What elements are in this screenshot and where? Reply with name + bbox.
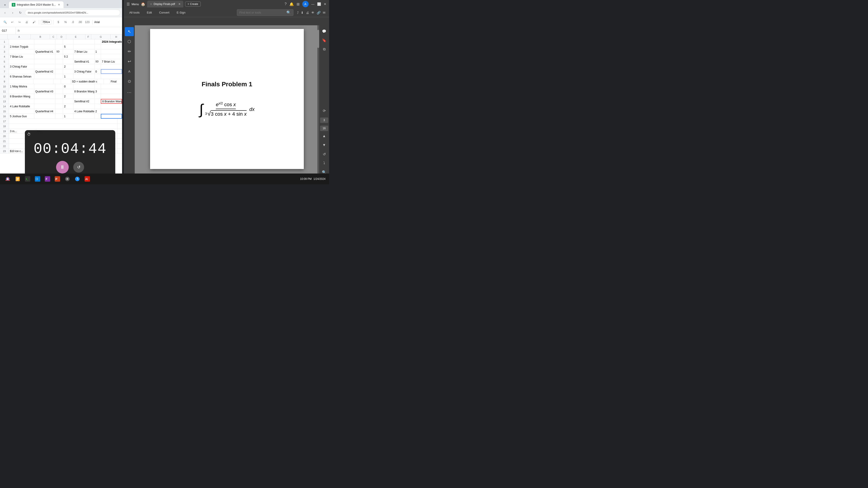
cell-g4[interactable] (101, 54, 122, 59)
zoom-control[interactable]: 75% ▾ (41, 20, 51, 24)
cell-f11[interactable]: 3 (94, 89, 101, 94)
cell-g17-selected[interactable] (101, 114, 122, 119)
number-format-button[interactable]: 123 (84, 19, 90, 25)
currency-button[interactable]: $ (55, 19, 61, 25)
cell-b2[interactable] (34, 44, 55, 49)
pdf-create-button[interactable]: + Create (185, 2, 201, 6)
percent-button[interactable]: % (62, 19, 69, 25)
notifications-icon[interactable]: 🔔 (289, 2, 294, 6)
tab-list-dropdown[interactable]: ▾ (2, 2, 8, 8)
cell-f7[interactable]: 0 (94, 69, 101, 74)
col-b-header[interactable]: B (31, 34, 50, 39)
sheets-tab-close[interactable]: ✕ (57, 3, 61, 6)
cell-d9[interactable] (61, 79, 71, 84)
cell-f8[interactable] (94, 74, 101, 79)
cell-e10[interactable] (73, 84, 94, 89)
taskbar-terminal-icon[interactable]: $_ (24, 175, 32, 183)
cell-b6[interactable] (34, 64, 55, 69)
cell-c10[interactable] (55, 84, 63, 89)
cell-g6[interactable] (101, 64, 122, 69)
pdf-search-icon[interactable]: 🔍 (286, 10, 291, 15)
cell-f6[interactable] (94, 64, 101, 69)
col-d-header[interactable]: D (57, 34, 66, 39)
cell-a16[interactable]: 5 Joshua Guo (9, 114, 34, 119)
cell-e16[interactable] (73, 114, 94, 119)
cell-c7[interactable] (55, 69, 63, 74)
cell-g2[interactable] (101, 44, 122, 49)
cell-c6[interactable] (55, 64, 63, 69)
cell-b11[interactable]: Quarterfinal #3 (34, 89, 55, 94)
cell-d11[interactable] (63, 89, 73, 94)
pdf-email-icon[interactable]: ✉ (323, 11, 326, 14)
user-avatar[interactable]: A (302, 1, 309, 7)
cell-g12[interactable] (101, 94, 122, 99)
help-icon[interactable]: ? (285, 2, 287, 6)
cell-c13[interactable] (55, 99, 63, 104)
cell-g13-selected[interactable]: 8 Brandon Wang (101, 99, 122, 104)
cell-b13[interactable] (34, 99, 55, 104)
cell-f2[interactable] (94, 44, 101, 49)
sidebar-tool-1[interactable]: ⟳ (320, 107, 328, 115)
cell-b4[interactable] (34, 54, 55, 59)
cell-e14[interactable] (73, 104, 94, 109)
cell-c14[interactable] (55, 104, 63, 109)
taskbar-settings-icon[interactable] (63, 175, 71, 183)
col-e-header[interactable]: E (66, 34, 86, 39)
cell-a11[interactable] (9, 89, 34, 94)
cell-a4[interactable]: 7 Brian Liu (9, 54, 34, 59)
sheets-tab[interactable]: S Integration Bee 2024 Master S... ✕ (9, 1, 64, 8)
more-tools-button[interactable]: … (125, 87, 134, 96)
cell-e1[interactable] (73, 39, 94, 44)
timer-reset-button[interactable]: ↺ (73, 162, 84, 173)
cell-g8[interactable] (101, 74, 122, 79)
cell-reference[interactable]: G17 (0, 27, 16, 34)
scroll-down-button[interactable]: ▼ (320, 141, 328, 149)
presentation-tool-button[interactable]: ⬡ (125, 37, 134, 46)
col-g-header[interactable]: G (91, 34, 111, 39)
cell-d12[interactable]: 2 (63, 94, 73, 99)
cell-c4[interactable] (55, 54, 63, 59)
paint-format-button[interactable]: 🖌 (31, 19, 37, 25)
scroll-up-button[interactable]: ▲ (320, 132, 328, 140)
cell-b15[interactable]: Quarterfinal #4 (34, 109, 55, 113)
redo-button[interactable]: ↪ (16, 19, 23, 25)
cell-c12[interactable] (55, 94, 63, 99)
cell-a8[interactable]: 6 Sharvaa Selvan (9, 74, 34, 79)
pdf-print-icon[interactable]: 🖨 (306, 11, 309, 14)
back-button[interactable]: ‹ (2, 9, 8, 16)
cell-a7[interactable] (9, 69, 34, 74)
cell-c16[interactable] (55, 114, 63, 119)
cell-e3[interactable]: 7 Brian Liu (73, 49, 94, 54)
cell-c1[interactable] (55, 39, 63, 44)
pdf-tab[interactable]: ☆ Display Finals.pdf ✕ (147, 1, 183, 7)
minimize-button[interactable]: — (311, 2, 314, 6)
print-button[interactable]: 🖨 (24, 19, 30, 25)
taskbar-chrome-icon[interactable] (4, 175, 12, 183)
cell-f5[interactable]: SD (94, 59, 101, 64)
cursor-tool-button[interactable]: ↖ (125, 27, 134, 36)
new-tab-button[interactable]: + (64, 2, 71, 8)
cell-c5[interactable] (55, 59, 63, 64)
cell-c9[interactable] (54, 79, 61, 84)
cell-g7-selected[interactable] (101, 69, 122, 74)
col-c-header[interactable]: C (50, 34, 57, 39)
cell-a18[interactable] (9, 124, 118, 129)
cell-g1-title[interactable]: 2024 Integration Bee Bracket (101, 39, 122, 44)
cell-a15[interactable] (9, 109, 34, 113)
col-f-header[interactable]: F (86, 34, 91, 39)
cell-b1[interactable] (34, 39, 55, 44)
cell-b9[interactable] (33, 79, 54, 84)
search-button[interactable]: 🔍 (2, 19, 8, 25)
cell-d15[interactable] (63, 109, 73, 113)
cell-b8[interactable] (34, 74, 55, 79)
pdf-download-icon[interactable]: ⬇ (301, 11, 304, 14)
cell-d10[interactable]: 0 (63, 84, 73, 89)
pdf-home-icon[interactable]: 🏠 (141, 2, 145, 6)
cell-c3[interactable]: SD (55, 49, 63, 54)
col-h-header[interactable]: H (111, 34, 122, 39)
cell-g14[interactable] (101, 104, 122, 109)
export-button[interactable]: ⤵ (320, 159, 328, 167)
cell-d6[interactable]: 2 (63, 64, 73, 69)
fit-page-button[interactable]: ↺ (320, 150, 328, 158)
cell-e2[interactable] (73, 44, 94, 49)
